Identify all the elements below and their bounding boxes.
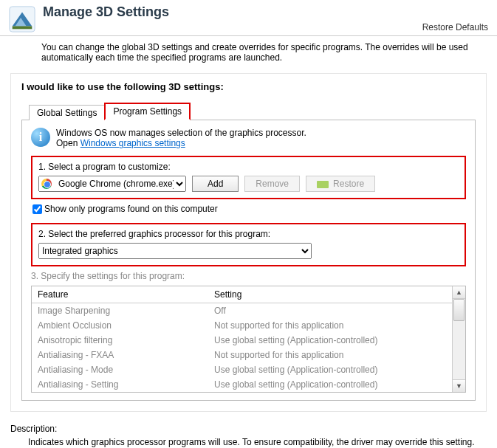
col-feature: Feature: [32, 286, 208, 303]
feature-cell: Ambient Occlusion: [32, 318, 208, 333]
tab-program-settings[interactable]: Program Settings: [104, 103, 191, 120]
panel-caption: I would like to use the following 3D set…: [21, 81, 476, 92]
tab-strip: Global Settings Program Settings: [21, 103, 476, 120]
table-row[interactable]: Ambient OcclusionNot supported for this …: [32, 318, 452, 333]
scroll-thumb[interactable]: [453, 299, 465, 321]
show-only-checkbox[interactable]: [32, 204, 42, 214]
table-row[interactable]: Image SharpeningOff: [32, 303, 452, 319]
setting-cell: Not supported for this application: [208, 318, 452, 333]
info-banner: i Windows OS now manages selection of th…: [31, 128, 466, 148]
setting-cell: Use global setting (Application-controll…: [208, 362, 452, 377]
step2-box: 2. Select the preferred graphics process…: [31, 223, 466, 266]
settings-panel: I would like to use the following 3D set…: [10, 73, 487, 412]
scroll-down-icon[interactable]: ▼: [453, 379, 465, 392]
app-icon: [7, 4, 37, 34]
program-select[interactable]: Google Chrome (chrome.exe): [38, 176, 186, 192]
setting-cell: Use global setting (Application-controll…: [208, 333, 452, 348]
settings-table: Feature Setting Image SharpeningOffAmbie…: [32, 286, 452, 392]
page-title: Manage 3D Settings: [43, 4, 490, 20]
info-line1: Windows OS now manages selection of the …: [56, 128, 306, 138]
feature-cell: Anisotropic filtering: [32, 333, 208, 348]
info-text: Windows OS now manages selection of the …: [56, 128, 306, 148]
col-setting: Setting: [208, 286, 452, 303]
feature-cell: Antialiasing - Mode: [32, 362, 208, 377]
header: Manage 3D Settings Restore Defaults: [0, 0, 497, 36]
description-text: Indicates which graphics processor progr…: [10, 437, 487, 447]
step1-label: 1. Select a program to customize:: [38, 162, 459, 172]
svg-rect-3: [13, 27, 32, 30]
intro-text: You can change the global 3D settings an…: [0, 36, 497, 69]
table-row[interactable]: Antialiasing - FXAANot supported for thi…: [32, 348, 452, 362]
table-row[interactable]: Anisotropic filteringUse global setting …: [32, 333, 452, 348]
tab-body: i Windows OS now manages selection of th…: [21, 120, 476, 401]
settings-list: Feature Setting Image SharpeningOffAmbie…: [31, 286, 466, 393]
feature-cell: Antialiasing - Setting: [32, 377, 208, 392]
scrollbar[interactable]: ▲ ▼: [452, 286, 465, 392]
step3-label: 3. Specify the settings for this program…: [31, 271, 466, 281]
info-icon: i: [31, 128, 50, 147]
description-block: Description: Indicates which graphics pr…: [10, 424, 487, 447]
setting-cell: Use global setting (Application-controll…: [208, 377, 452, 392]
info-line2-prefix: Open: [56, 138, 80, 148]
table-row[interactable]: Antialiasing - ModeUse global setting (A…: [32, 362, 452, 377]
remove-button: Remove: [244, 176, 300, 192]
setting-cell: Not supported for this application: [208, 348, 452, 362]
setting-cell: Off: [208, 303, 452, 319]
chrome-icon: [41, 179, 52, 189]
description-label: Description:: [10, 424, 487, 434]
step2-label: 2. Select the preferred graphics process…: [38, 229, 459, 239]
scroll-up-icon[interactable]: ▲: [453, 286, 465, 299]
step1-box: 1. Select a program to customize: Google…: [31, 156, 466, 199]
tab-global-settings[interactable]: Global Settings: [29, 105, 105, 120]
add-button[interactable]: Add: [192, 176, 239, 192]
table-row[interactable]: Antialiasing - SettingUse global setting…: [32, 377, 452, 392]
show-only-row[interactable]: Show only programs found on this compute…: [31, 204, 466, 214]
restore-button: Restore: [306, 176, 375, 192]
gpu-select[interactable]: Integrated graphics: [38, 243, 312, 259]
show-only-label: Show only programs found on this compute…: [44, 204, 218, 214]
scroll-track[interactable]: [453, 321, 465, 379]
feature-cell: Antialiasing - FXAA: [32, 348, 208, 362]
restore-defaults-link[interactable]: Restore Defaults: [422, 22, 488, 32]
feature-cell: Image Sharpening: [32, 303, 208, 319]
windows-graphics-link[interactable]: Windows graphics settings: [80, 138, 185, 148]
